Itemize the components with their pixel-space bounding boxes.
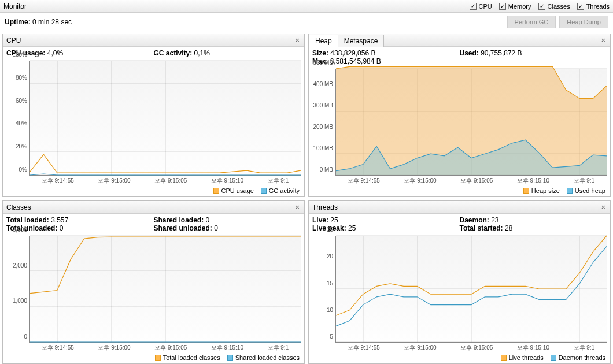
x-tick-label: 오후 9:14:55 [42,344,74,353]
legend-swatch-icon [551,355,556,361]
panel-stats: Total loaded: 3,557 Total unloaded: 0 Sh… [3,214,304,235]
panel-title: CPU [6,36,293,44]
y-tick-label: 400 MB [313,81,333,87]
stat-label: Total loaded: [6,216,49,224]
panel-stats: CPU usage: 4,0% GC activity: 0,1% [3,47,304,60]
close-icon[interactable]: × [599,36,608,44]
legend-label: Daemon threads [559,354,605,361]
legend-label: GC activity [269,187,300,194]
toggle-label: Threads [586,3,610,10]
perform-gc-button[interactable]: Perform GC [507,16,556,28]
stat-value: 0,1% [194,49,210,57]
checkbox-icon: ✓ [577,3,584,10]
stat-label: Size: [312,49,328,57]
y-tick-label: 10 [327,306,333,313]
stat-daemon: Daemon: 23 [460,216,607,224]
panel-header: CPU × [3,34,304,47]
legend-item: GC activity [261,187,300,194]
y-tick-label: 0 MB [320,166,333,173]
toggle-label: CPU [479,3,492,10]
tab-heap[interactable]: Heap [309,35,338,47]
toggle-threads[interactable]: ✓ Threads [577,3,610,10]
y-tick-label: 0% [19,166,27,173]
app-title: Monitor [3,2,470,10]
toggle-cpu[interactable]: ✓ CPU [470,3,492,10]
toggle-memory[interactable]: ✓ Memory [499,3,531,10]
panel-title: Classes [6,203,293,211]
heap-dump-button[interactable]: Heap Dump [559,16,608,28]
x-tick-label: 오후 9:1 [268,344,289,353]
panel-title: Threads [312,203,599,211]
chart-heap: 0 MB100 MB200 MB300 MB400 MB500 MB오후 9:1… [312,69,607,186]
uptime-value: 0 min 28 sec [32,18,72,26]
stat-gc-activity: GC activity: 0,1% [154,49,301,57]
checkbox-icon: ✓ [499,3,506,10]
chart-threads: 510152025오후 9:14:55오후 9:15:00오후 9:15:05오… [312,236,607,353]
stat-heap-max: Max: 8,581,545,984 B [312,57,460,65]
x-tick-label: 오후 9:1 [574,344,595,353]
x-tick-label: 오후 9:14:55 [348,344,380,353]
x-tick-label: 오후 9:15:10 [517,344,549,353]
panel-cpu: CPU × CPU usage: 4,0% GC activity: 0,1% … [2,34,305,197]
close-icon[interactable]: × [293,36,302,44]
stat-value: 0 [60,224,64,232]
panel-stats: Live: 25 Live peak: 25 Daemon: 23 Total … [309,214,610,235]
x-tick-label: 오후 9:15:00 [98,177,130,186]
stat-heap-size: Size: 438,829,056 B [312,49,460,57]
header-bar: Monitor ✓ CPU ✓ Memory ✓ Classes ✓ Threa… [0,0,613,13]
checkbox-icon: ✓ [538,3,545,10]
x-tick-label: 오후 9:15:05 [460,344,493,353]
stat-shared-loaded: Shared loaded: 0 [154,216,301,224]
y-tick-label: 100 MB [313,145,333,151]
x-tick-label: 오후 9:15:05 [460,177,493,186]
stat-label: Used: [460,49,479,57]
legend-label: Shared loaded classes [235,354,300,361]
panel-classes: Classes × Total loaded: 3,557 Total unlo… [2,200,305,364]
uptime: Uptime: 0 min 28 sec [5,18,504,26]
stat-label: Shared unloaded: [154,224,212,232]
legend-item: CPU usage [213,187,254,194]
panel-heap: Heap Metaspace × Size: 438,829,056 B Max… [308,34,611,197]
stat-live: Live: 25 [312,216,460,224]
stat-label: Total started: [460,224,503,232]
close-icon[interactable]: × [599,203,608,211]
legend-label: Total loaded classes [163,354,220,361]
x-tick-label: 오후 9:15:00 [404,177,436,186]
stat-value: 0 [206,216,210,224]
y-tick-label: 80% [16,74,27,80]
legend-label: Heap size [531,187,560,194]
toggle-label: Classes [548,3,570,10]
tab-metaspace[interactable]: Metaspace [338,35,385,47]
y-tick-label: 300 MB [313,102,333,109]
legend-swatch-icon [523,188,529,194]
stat-cpu-usage: CPU usage: 4,0% [6,49,154,57]
y-tick-label: 15 [327,280,333,286]
chart-classes: 01,0002,0003,000오후 9:14:55오후 9:15:00오후 9… [6,236,301,353]
legend-swatch-icon [227,355,233,361]
y-tick-label: 3,000 [13,226,27,233]
stat-value: 25 [330,216,338,224]
y-tick-label: 100% [12,51,27,58]
heap-tabs: Heap Metaspace [309,34,599,46]
stat-value: 0 [214,224,218,232]
stat-heap-used: Used: 90,755,872 B [460,49,607,57]
stat-total-unloaded: Total unloaded: 0 [6,224,154,232]
x-tick-label: 오후 9:1 [574,177,595,186]
x-tick-label: 오후 9:15:10 [517,177,549,186]
legend-swatch-icon [213,188,219,194]
y-tick-label: 200 MB [313,124,333,130]
stat-value: 8,581,545,984 B [330,57,381,65]
panel-header: Classes × [3,201,304,214]
sub-header: Uptime: 0 min 28 sec Perform GC Heap Dum… [0,13,613,31]
metric-toggles: ✓ CPU ✓ Memory ✓ Classes ✓ Threads [470,3,610,10]
panels-grid: CPU × CPU usage: 4,0% GC activity: 0,1% … [0,31,613,364]
legend-label: Used heap [575,187,605,194]
toggle-classes[interactable]: ✓ Classes [538,3,570,10]
y-tick-label: 60% [16,97,27,103]
toggle-label: Memory [508,3,531,10]
stat-total-loaded: Total loaded: 3,557 [6,216,154,224]
stat-value: 90,755,872 B [481,49,522,57]
panel-header: Heap Metaspace × [309,34,610,47]
close-icon[interactable]: × [293,203,302,211]
panel-header: Threads × [309,201,610,214]
